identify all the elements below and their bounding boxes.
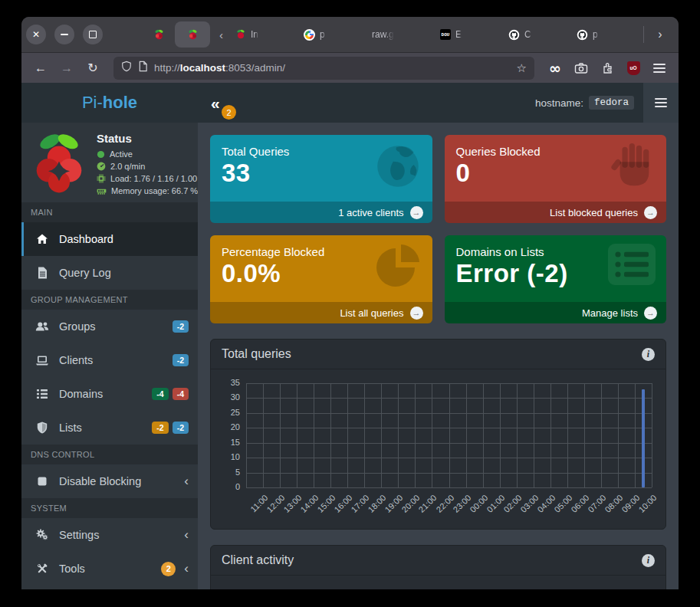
tab-title: E (455, 29, 462, 40)
tab[interactable]: DOU E (434, 21, 502, 48)
arrow-right-icon: → (410, 206, 423, 219)
tracking-protection-shield-icon[interactable] (121, 61, 132, 75)
sidebar-item-lists[interactable]: Lists -2 -2 (21, 411, 198, 445)
browser-window: ✕ ‹ In p (21, 17, 679, 589)
github-favicon-icon (508, 29, 520, 41)
hostname: hostname:fedora (535, 96, 643, 110)
summary-cards: Total Queries 33 1 active clients → Quer… (210, 135, 666, 323)
arrow-right-icon: → (644, 206, 657, 219)
info-icon[interactable]: i (642, 348, 655, 361)
arrow-right-icon: → (644, 307, 657, 320)
card-footer-label: 1 active clients (338, 207, 403, 218)
page-info-icon[interactable] (138, 61, 148, 75)
tab[interactable]: raw.g (366, 21, 434, 48)
status-title: Status (97, 133, 198, 145)
menu-hamburger-icon[interactable] (648, 64, 671, 73)
sidebar-item-settings[interactable]: Settings ‹ (21, 518, 198, 552)
back-button[interactable]: ← (29, 61, 52, 75)
active-clients-link[interactable]: 1 active clients → (210, 202, 432, 223)
lists-total-badge: -2 (173, 422, 189, 434)
browser-toolbar: ← → ↻ http://localhost:8053/admin/ ☆ ∞ u… (21, 53, 679, 83)
sidebar-item-query-log[interactable]: Query Log (21, 256, 198, 290)
status-row: 2.0 q/min (97, 160, 198, 172)
domains-allowed-badge: -4 (152, 388, 168, 400)
sidebar-item-label: Settings (59, 529, 99, 541)
cpu-icon (97, 174, 106, 183)
hamburger-icon (655, 98, 667, 107)
chevron-left-icon: ‹ (184, 474, 189, 489)
maximize-icon (89, 31, 97, 38)
tab[interactable]: In (229, 21, 297, 48)
titlebar: ✕ ‹ In p (21, 17, 679, 53)
pie-icon (374, 241, 423, 294)
status-dot-icon (97, 150, 105, 159)
status-text: Load: 1.76 / 1.16 / 1.00 (110, 172, 197, 185)
tab[interactable]: p (297, 21, 366, 48)
sidebar-item-disable-blocking[interactable]: Disable Blocking ‹ (21, 464, 198, 498)
ublock-origin-icon[interactable]: uO (622, 61, 645, 75)
status-text: Memory usage: 66.7 % (111, 185, 198, 197)
tab-title: In (251, 29, 258, 40)
extension-infinity-icon[interactable]: ∞ (544, 60, 567, 77)
app-menu-button[interactable] (643, 83, 679, 123)
forward-button[interactable]: → (55, 61, 78, 75)
tab[interactable]: p (570, 21, 639, 48)
url-text[interactable]: http://localhost:8053/admin/ (154, 62, 511, 74)
reload-button[interactable]: ↻ (81, 61, 104, 75)
sidebar-item-groups[interactable]: Groups -2 (21, 310, 198, 343)
client-count-badge: -2 (173, 354, 189, 366)
gears-icon (35, 529, 49, 541)
list-blocked-queries-link[interactable]: List blocked queries → (445, 202, 667, 223)
arrow-right-icon: → (410, 307, 423, 320)
info-icon[interactable]: i (642, 554, 655, 567)
sidebar-item-label: Query Log (59, 267, 111, 279)
sidebar-item-domains[interactable]: Domains -4 -4 (21, 377, 198, 411)
chevron-left-icon: ‹ (184, 527, 189, 543)
card-footer-label: Manage lists (582, 307, 638, 319)
manage-lists-link[interactable]: Manage lists → (445, 302, 667, 323)
sidebar-section-group-management: GROUP MANAGEMENT (21, 290, 198, 310)
sidebar-item-tools[interactable]: Tools 2 ‹ (21, 552, 198, 586)
stop-icon (35, 476, 49, 487)
tab-title: raw.g (372, 29, 394, 40)
card-queries-blocked: Queries Blocked 0 List blocked queries → (445, 135, 667, 223)
panel-title: Client activity (222, 553, 294, 567)
status-block: Status Active 2.0 q/min Load: 1.76 / 1.1… (97, 133, 198, 195)
home-icon (35, 233, 49, 245)
tab-separator (643, 26, 644, 43)
laptop-icon (35, 354, 49, 366)
lists-enabled-badge: -2 (152, 422, 168, 434)
sidebar-item-label: Groups (59, 320, 96, 333)
panel-title: Total queries (222, 347, 291, 361)
url-bar[interactable]: http://localhost:8053/admin/ ☆ (113, 57, 534, 80)
extensions-puzzle-icon[interactable] (596, 62, 619, 74)
google-favicon-icon (304, 29, 315, 41)
pihole-app: Pi-hole Status (21, 83, 679, 589)
card-percentage-blocked: Percentage Blocked 0.0% List all queries… (210, 235, 432, 323)
list-all-queries-link[interactable]: List all queries → (210, 302, 432, 323)
maximize-button[interactable] (83, 25, 103, 44)
sidebar-item-dashboard[interactable]: Dashboard (21, 222, 198, 256)
client-activity-panel: Client activity i (210, 545, 666, 589)
bookmark-star-icon[interactable]: ☆ (517, 61, 527, 75)
brand-logo[interactable]: Pi-hole (21, 83, 198, 123)
status-row: Active (97, 148, 198, 160)
sidebar-item-clients[interactable]: Clients -2 (21, 343, 198, 377)
pinned-tab[interactable] (146, 29, 172, 41)
group-count-badge: -2 (173, 320, 189, 333)
scroll-tabs-left-button[interactable]: ‹ (213, 28, 229, 41)
window-controls: ✕ (21, 25, 103, 44)
sidebar-collapse-button[interactable]: « (198, 95, 220, 111)
scroll-tabs-right-button[interactable]: › (649, 28, 672, 41)
sidebar-section-dns-control: DNS CONTROL (21, 445, 198, 464)
status-text: Active (110, 148, 133, 160)
minimize-button[interactable] (54, 25, 74, 44)
sidebar-section-main: MAIN (21, 202, 198, 222)
status-panel: Status Active 2.0 q/min Load: 1.76 / 1.1… (21, 123, 198, 202)
active-tab[interactable] (175, 21, 210, 48)
new-tab-button[interactable]: + (672, 28, 679, 41)
screenshot-camera-icon[interactable] (570, 62, 593, 74)
status-row: Load: 1.76 / 1.16 / 1.00 (97, 172, 198, 185)
tab[interactable]: C (502, 21, 570, 48)
close-button[interactable]: ✕ (26, 25, 46, 44)
